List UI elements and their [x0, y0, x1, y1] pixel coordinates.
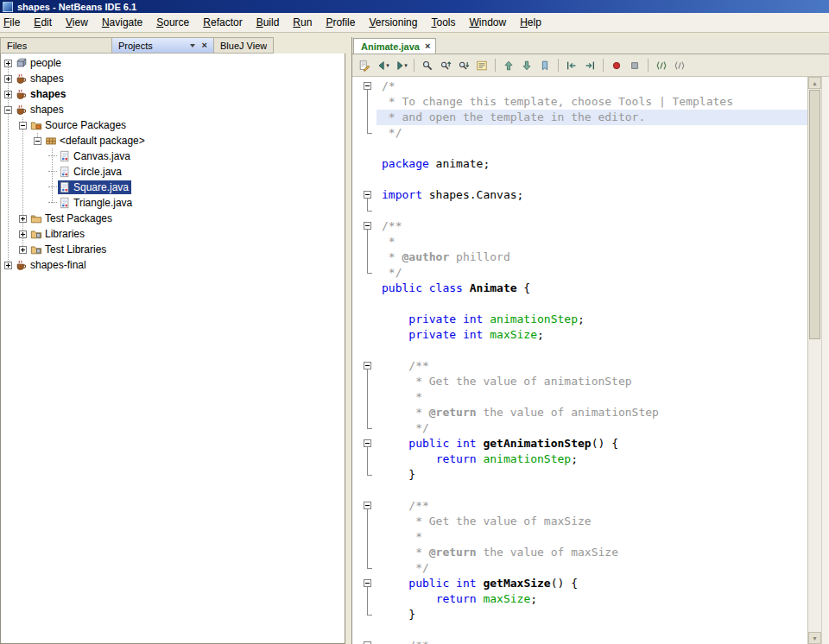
code-line[interactable]: */ [352, 265, 807, 281]
code-line[interactable]: * [352, 234, 807, 249]
code-fold-icon[interactable] [361, 436, 377, 451]
tree-item-canvas-java[interactable]: Canvas.java [1, 148, 345, 164]
code-line[interactable]: import shapes.Canvas; [352, 187, 807, 203]
tree-item-shapes[interactable]: shapes [1, 71, 345, 86]
menu-refactor[interactable]: Refactor [196, 14, 249, 31]
code-line[interactable]: * and open the template in the editor. [352, 110, 807, 125]
code-line[interactable]: */ [352, 560, 807, 576]
toggle-bookmark-button[interactable] [536, 57, 554, 74]
next-bookmark-button[interactable] [518, 57, 535, 74]
tree-item-shapes[interactable]: shapes [1, 86, 345, 102]
code-line[interactable]: * Get the value of maxSize [352, 514, 807, 529]
expand-icon[interactable] [4, 262, 12, 269]
code-line[interactable]: /** [352, 218, 807, 234]
code-line[interactable]: return animationStep; [352, 451, 807, 467]
uncomment-button[interactable] [671, 57, 688, 74]
code-fold-icon[interactable] [361, 358, 377, 374]
code-line[interactable] [352, 141, 807, 156]
tree-item-triangle-java[interactable]: Triangle.java [1, 195, 345, 211]
code-line[interactable]: * To change this template, choose Tools … [352, 94, 807, 110]
record-macro-button[interactable] [608, 57, 625, 74]
collapse-fold-icon[interactable] [364, 82, 371, 90]
jump-forward-button[interactable]: ▾ [392, 57, 409, 74]
tab-bluej-view[interactable]: BlueJ View [214, 37, 274, 54]
code-line[interactable]: */ [352, 125, 807, 141]
code-line[interactable] [352, 203, 807, 218]
code-line[interactable]: } [352, 467, 807, 483]
tree-item-source-packages[interactable]: Source Packages [1, 117, 345, 133]
code-fold-icon[interactable] [361, 187, 377, 203]
tree-item-people[interactable]: people [1, 55, 345, 71]
code-line[interactable]: public int getMaxSize() { [352, 576, 807, 591]
jump-back-button[interactable]: ▾ [374, 57, 391, 74]
code-line[interactable]: * [352, 389, 807, 405]
code-line[interactable]: /** [352, 358, 807, 374]
code-fold-icon[interactable] [361, 638, 377, 644]
code-line[interactable]: public class Animate { [352, 281, 807, 296]
code-fold-icon[interactable] [361, 576, 377, 591]
editor-vertical-scrollbar[interactable]: ▲ ▼ [807, 77, 821, 644]
code-line[interactable]: * Get the value of animationStep [352, 374, 807, 389]
menu-window[interactable]: Window [462, 14, 513, 31]
toggle-highlight-button[interactable] [473, 57, 490, 74]
shift-left-button[interactable] [563, 57, 580, 74]
code-line[interactable]: package animate; [352, 156, 807, 172]
code-line[interactable]: /* [352, 79, 807, 94]
menu-tools[interactable]: Tools [424, 14, 462, 31]
code-line[interactable]: /** [352, 638, 807, 644]
code-line[interactable]: return maxSize; [352, 591, 807, 607]
code-line[interactable]: * @author phillord [352, 249, 807, 265]
collapse-icon[interactable] [19, 122, 27, 129]
tab-files[interactable]: Files [0, 37, 112, 54]
previous-bookmark-button[interactable] [500, 57, 517, 74]
code-line[interactable] [352, 296, 807, 312]
code-line[interactable] [352, 172, 807, 187]
tree-item-default-package[interactable]: <default package> [1, 133, 345, 148]
close-icon[interactable]: × [202, 41, 207, 50]
code-line[interactable] [352, 483, 807, 498]
code-area[interactable]: /* * To change this template, choose Too… [352, 77, 807, 644]
menu-view[interactable]: View [59, 14, 95, 31]
menu-file[interactable]: File [0, 14, 27, 31]
menu-navigate[interactable]: Navigate [95, 14, 149, 31]
code-line[interactable]: * @return the value of animationStep [352, 405, 807, 420]
collapse-fold-icon[interactable] [364, 502, 371, 509]
code-fold-icon[interactable] [361, 498, 377, 514]
expand-icon[interactable] [19, 230, 27, 238]
collapse-fold-icon[interactable] [364, 439, 371, 447]
scrollbar-thumb[interactable] [809, 90, 820, 339]
collapse-fold-icon[interactable] [364, 579, 371, 587]
code-line[interactable] [352, 343, 807, 358]
tree-item-test-libraries[interactable]: Test Libraries [1, 242, 345, 257]
comment-button[interactable] [653, 57, 670, 74]
collapse-icon[interactable] [4, 106, 12, 114]
close-icon[interactable]: × [425, 41, 430, 51]
menu-versioning[interactable]: Versioning [362, 14, 424, 31]
tree-item-libraries[interactable]: Libraries [1, 226, 345, 242]
find-next-button[interactable] [455, 57, 472, 74]
code-line[interactable]: private int animationStep; [352, 312, 807, 327]
panel-splitter[interactable] [345, 37, 351, 644]
collapse-icon[interactable] [34, 137, 41, 145]
tree-item-square-java[interactable]: Square.java [1, 180, 345, 195]
tree-item-test-packages[interactable]: Test Packages [1, 211, 345, 226]
scroll-down-icon[interactable]: ▼ [808, 632, 821, 644]
last-edit-button[interactable] [356, 57, 373, 74]
menu-edit[interactable]: Edit [27, 14, 59, 31]
code-line[interactable]: } [352, 607, 807, 622]
dropdown-arrow-icon[interactable]: ▾ [386, 62, 389, 69]
expand-icon[interactable] [4, 91, 12, 98]
code-line[interactable]: * @return the value of maxSize [352, 545, 807, 560]
menu-source[interactable]: Source [149, 14, 196, 31]
tree-item-circle-java[interactable]: Circle.java [1, 164, 345, 180]
tree-item-shapes-final[interactable]: shapes-final [1, 257, 345, 273]
tree-item-shapes[interactable]: shapes [1, 102, 345, 117]
find-previous-button[interactable] [437, 57, 454, 74]
code-fold-icon[interactable] [361, 79, 377, 94]
scroll-up-icon[interactable]: ▲ [808, 77, 821, 89]
code-fold-icon[interactable] [361, 218, 377, 234]
menu-run[interactable]: Run [286, 14, 319, 31]
code-line[interactable]: * [352, 529, 807, 545]
collapse-fold-icon[interactable] [364, 362, 371, 369]
code-line[interactable]: */ [352, 420, 807, 436]
